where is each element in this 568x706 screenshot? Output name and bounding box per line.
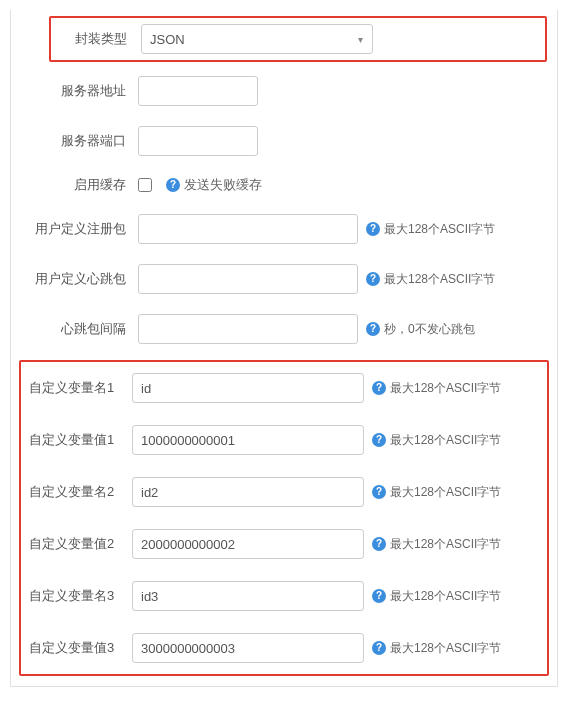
settings-form: 封装类型 JSON 服务器地址 服务器端口 启用缓存 xyxy=(10,10,558,687)
custom-var-name-3-hint: 最大128个ASCII字节 xyxy=(390,588,501,605)
custom-var-value-1-input[interactable] xyxy=(132,425,364,455)
heartbeat-interval-hint-text: 秒，0不发心跳包 xyxy=(384,321,475,338)
custom-var-name-2-hint: 最大128个ASCII字节 xyxy=(390,484,501,501)
help-icon: ? xyxy=(372,433,386,447)
hint-custom-var-value-3: ? 最大128个ASCII字节 xyxy=(372,640,501,657)
help-icon: ? xyxy=(366,222,380,236)
label-server-address: 服务器地址 xyxy=(23,82,138,100)
label-heartbeat-packet: 用户定义心跳包 xyxy=(23,270,138,288)
help-icon: ? xyxy=(372,537,386,551)
server-port-input[interactable] xyxy=(138,126,258,156)
help-icon: ? xyxy=(372,589,386,603)
label-heartbeat-interval: 心跳包间隔 xyxy=(23,320,138,338)
custom-var-name-2-input[interactable] xyxy=(132,477,364,507)
hint-custom-var-name-3: ? 最大128个ASCII字节 xyxy=(372,588,501,605)
row-custom-var-value-3: 自定义变量值3 ? 最大128个ASCII字节 xyxy=(21,622,547,674)
label-register-packet: 用户定义注册包 xyxy=(23,220,138,238)
label-custom-var-value-3: 自定义变量值3 xyxy=(25,639,132,657)
help-icon: ? xyxy=(372,485,386,499)
hint-custom-var-name-1: ? 最大128个ASCII字节 xyxy=(372,380,501,397)
row-heartbeat-packet: 用户定义心跳包 ? 最大128个ASCII字节 xyxy=(19,254,549,304)
label-custom-var-name-3: 自定义变量名3 xyxy=(25,587,132,605)
encapsulation-select-wrap: JSON xyxy=(141,24,373,54)
help-icon: ? xyxy=(366,322,380,336)
row-enable-cache: 启用缓存 ? 发送失败缓存 xyxy=(19,166,549,204)
label-server-port: 服务器端口 xyxy=(23,132,138,150)
heartbeat-packet-hint-text: 最大128个ASCII字节 xyxy=(384,271,495,288)
row-server-address: 服务器地址 xyxy=(19,66,549,116)
register-packet-input[interactable] xyxy=(138,214,358,244)
hint-custom-var-value-1: ? 最大128个ASCII字节 xyxy=(372,432,501,449)
custom-var-value-3-input[interactable] xyxy=(132,633,364,663)
hint-custom-var-name-2: ? 最大128个ASCII字节 xyxy=(372,484,501,501)
custom-var-name-1-input[interactable] xyxy=(132,373,364,403)
enable-cache-hint-wrap: ? 发送失败缓存 xyxy=(166,176,262,194)
row-heartbeat-interval: 心跳包间隔 ? 秒，0不发心跳包 xyxy=(19,304,549,354)
heartbeat-interval-input[interactable] xyxy=(138,314,358,344)
label-custom-var-value-2: 自定义变量值2 xyxy=(25,535,132,553)
custom-var-name-3-input[interactable] xyxy=(132,581,364,611)
label-custom-var-name-2: 自定义变量名2 xyxy=(25,483,132,501)
help-icon: ? xyxy=(366,272,380,286)
help-icon: ? xyxy=(166,178,180,192)
help-icon: ? xyxy=(372,381,386,395)
custom-var-value-2-input[interactable] xyxy=(132,529,364,559)
label-enable-cache: 启用缓存 xyxy=(23,176,138,194)
highlight-encapsulation: 封装类型 JSON xyxy=(49,16,547,62)
label-encapsulation: 封装类型 xyxy=(55,30,141,48)
row-custom-var-value-1: 自定义变量值1 ? 最大128个ASCII字节 xyxy=(21,414,547,466)
custom-var-value-3-hint: 最大128个ASCII字节 xyxy=(390,640,501,657)
hint-register-packet: ? 最大128个ASCII字节 xyxy=(366,221,495,238)
row-register-packet: 用户定义注册包 ? 最大128个ASCII字节 xyxy=(19,204,549,254)
custom-var-value-1-hint: 最大128个ASCII字节 xyxy=(390,432,501,449)
enable-cache-hint: 发送失败缓存 xyxy=(184,176,262,194)
custom-var-value-2-hint: 最大128个ASCII字节 xyxy=(390,536,501,553)
register-packet-hint-text: 最大128个ASCII字节 xyxy=(384,221,495,238)
heartbeat-packet-input[interactable] xyxy=(138,264,358,294)
encapsulation-select[interactable]: JSON xyxy=(141,24,373,54)
label-custom-var-name-1: 自定义变量名1 xyxy=(25,379,132,397)
row-custom-var-name-1: 自定义变量名1 ? 最大128个ASCII字节 xyxy=(21,362,547,414)
highlight-custom-vars: 自定义变量名1 ? 最大128个ASCII字节 自定义变量值1 ? 最大128个… xyxy=(19,360,549,676)
row-server-port: 服务器端口 xyxy=(19,116,549,166)
hint-heartbeat-packet: ? 最大128个ASCII字节 xyxy=(366,271,495,288)
server-address-input[interactable] xyxy=(138,76,258,106)
hint-heartbeat-interval: ? 秒，0不发心跳包 xyxy=(366,321,475,338)
enable-cache-checkbox[interactable] xyxy=(138,178,152,192)
help-icon: ? xyxy=(372,641,386,655)
row-custom-var-value-2: 自定义变量值2 ? 最大128个ASCII字节 xyxy=(21,518,547,570)
row-encapsulation: 封装类型 JSON xyxy=(55,24,541,54)
label-custom-var-value-1: 自定义变量值1 xyxy=(25,431,132,449)
custom-var-name-1-hint: 最大128个ASCII字节 xyxy=(390,380,501,397)
hint-custom-var-value-2: ? 最大128个ASCII字节 xyxy=(372,536,501,553)
row-custom-var-name-3: 自定义变量名3 ? 最大128个ASCII字节 xyxy=(21,570,547,622)
row-custom-var-name-2: 自定义变量名2 ? 最大128个ASCII字节 xyxy=(21,466,547,518)
